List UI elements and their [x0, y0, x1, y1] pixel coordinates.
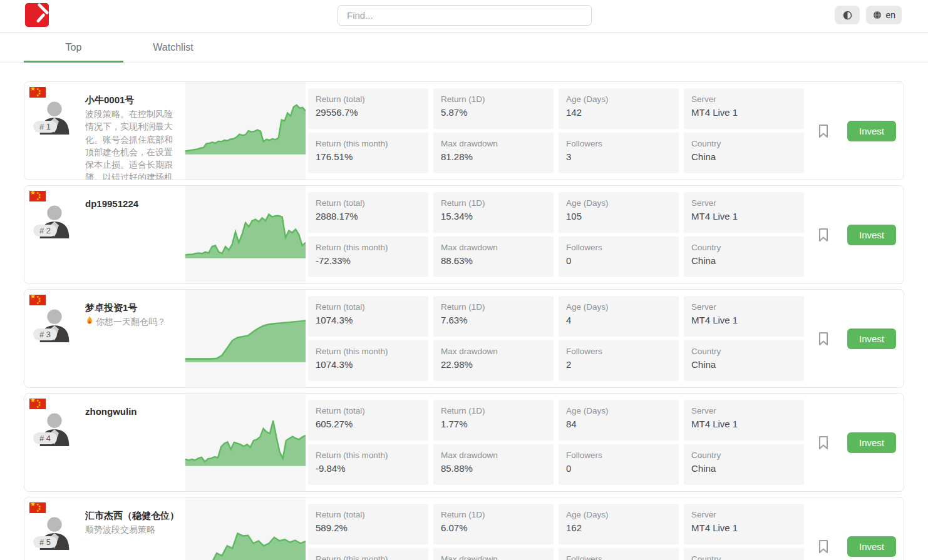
bookmark-button[interactable]: [816, 434, 831, 451]
stat-followers: Followers 0: [559, 444, 679, 485]
invest-button[interactable]: Invest: [847, 536, 896, 557]
equity-chart: [185, 497, 306, 560]
stat-return-1d: Return (1D) 6.07%: [433, 504, 554, 544]
stat-return-total: Return (total) 589.2%: [308, 504, 428, 544]
stat-max-drawdown: Max drawdown 22.98%: [433, 340, 554, 381]
fire-icon: [85, 315, 94, 325]
stat-return-total: Return (total) 605.27%: [308, 400, 428, 440]
trader-name[interactable]: 小牛0001号: [85, 93, 180, 106]
equity-chart: [185, 186, 306, 283]
stat-followers: Followers 3: [559, 133, 679, 173]
trader-description-text: 顺势波段交易策略: [85, 523, 155, 536]
stat-max-drawdown: Max drawdown 85.88%: [433, 444, 554, 485]
trader-description: 你想一天翻仓吗？: [85, 315, 180, 328]
stat-server: Server MT4 Live 1: [684, 296, 804, 337]
stat-return-total: Return (total) 2888.17%: [308, 192, 428, 233]
trader-card: ★ ★ ★ ★ ★ # 2 dp19951224: [24, 185, 904, 284]
trader-card: ★ ★ ★ ★ ★ # 4 zhongwulin: [24, 393, 904, 492]
stat-country: Country China: [684, 444, 804, 485]
stat-return-month: Return (this month) -9.84%: [308, 444, 428, 485]
rank-badge: # 4: [33, 432, 57, 444]
stat-age-days: Age (Days) 84: [559, 400, 679, 440]
invest-button[interactable]: Invest: [847, 328, 896, 349]
rank-badge: # 3: [33, 328, 57, 340]
invest-button[interactable]: Invest: [847, 121, 896, 141]
invest-button[interactable]: Invest: [847, 225, 896, 245]
stat-followers: Followers 0: [559, 237, 679, 277]
trader-description: 波段策略。在控制风险情况下，实现利润最大化。账号会抓住底部和顶部建仓机会，在设置…: [85, 108, 180, 180]
trader-name[interactable]: 梦卓投资1号: [85, 301, 180, 314]
tab-top[interactable]: Top: [24, 33, 123, 62]
stat-return-month: Return (this month) -72.33%: [308, 237, 428, 277]
globe-icon: [872, 10, 882, 20]
trader-stats: Return (total) 1074.3% Return (this mont…: [306, 290, 804, 387]
stat-age-days: Age (Days) 142: [559, 88, 679, 129]
stat-country: Country China: [684, 340, 804, 381]
stat-server: Server MT4 Live 1: [684, 192, 804, 233]
stat-max-drawdown: Max drawdown 81.28%: [433, 133, 554, 173]
stat-return-1d: Return (1D) 7.63%: [433, 296, 554, 337]
trader-stats: Return (total) 29556.7% Return (this mon…: [306, 82, 804, 180]
bookmark-button[interactable]: [816, 227, 831, 243]
stat-country: Country China: [684, 237, 804, 277]
language-label: en: [885, 10, 895, 20]
trader-description-text: 你想一天翻仓吗？: [96, 315, 166, 328]
header-controls: en: [835, 6, 902, 24]
trader-stats: Return (total) 589.2% Return (this month…: [306, 497, 804, 560]
stat-return-1d: Return (1D) 5.87%: [433, 88, 554, 129]
trader-description-text: 波段策略。在控制风险情况下，实现利润最大化。账号会抓住底部和顶部建仓机会，在设置…: [85, 108, 180, 180]
bookmark-button[interactable]: [816, 538, 831, 554]
trader-identity: ★ ★ ★ ★ ★ # 2 dp19951224: [24, 186, 185, 283]
tab-watchlist[interactable]: Watchlist: [123, 33, 223, 62]
bookmark-button[interactable]: [816, 330, 831, 347]
stat-return-total: Return (total) 29556.7%: [308, 88, 428, 129]
stat-return-1d: Return (1D) 1.77%: [433, 400, 554, 440]
trader-name[interactable]: zhongwulin: [85, 405, 180, 418]
china-flag-icon: ★ ★ ★ ★ ★: [29, 295, 46, 305]
stat-age-days: Age (Days) 162: [559, 504, 679, 544]
search-container: [338, 5, 592, 26]
invest-button[interactable]: Invest: [847, 432, 896, 453]
trader-stats: Return (total) 2888.17% Return (this mon…: [306, 186, 804, 283]
trader-description: 顺势波段交易策略: [85, 523, 180, 536]
stat-country: Country China: [684, 133, 804, 173]
trader-card: ★ ★ ★ ★ ★ # 5 汇市杰西（稳健仓位） 顺势波段交易策略: [24, 497, 904, 560]
stat-server: Server MT4 Live 1: [684, 400, 804, 440]
china-flag-icon: ★ ★ ★ ★ ★: [29, 502, 46, 513]
china-flag-icon: ★ ★ ★ ★ ★: [29, 191, 46, 201]
trader-identity: ★ ★ ★ ★ ★ # 5 汇市杰西（稳健仓位） 顺势波段交易策略: [24, 497, 185, 560]
theme-toggle-button[interactable]: [835, 6, 860, 24]
brand-logo[interactable]: [25, 3, 49, 27]
stat-server: Server MT4 Live 1: [684, 88, 804, 129]
trader-card: ★ ★ ★ ★ ★ # 3 梦卓投资1号: [24, 289, 904, 388]
trader-name[interactable]: dp19951224: [85, 197, 180, 210]
stat-age-days: Age (Days) 4: [559, 296, 679, 337]
trader-identity: ★ ★ ★ ★ ★ # 1 小牛0001号 波段策略。在控制风险情况下，实现利润…: [24, 82, 185, 180]
stat-country: Country: [684, 548, 804, 560]
contrast-icon: [842, 10, 853, 21]
stat-max-drawdown: Max drawdown: [433, 548, 554, 560]
trader-card: ★ ★ ★ ★ ★ # 1 小牛0001号 波段策略。在控制风险情况下，实现利润…: [24, 81, 904, 180]
equity-chart: [185, 290, 306, 387]
search-input[interactable]: [338, 5, 592, 26]
stat-return-month: Return (this month) 1074.3%: [308, 340, 428, 381]
tab-bar: Top Watchlist: [0, 33, 928, 63]
stat-age-days: Age (Days) 105: [559, 192, 679, 233]
equity-chart: [185, 82, 306, 180]
trader-name[interactable]: 汇市杰西（稳健仓位）: [85, 509, 180, 522]
language-button[interactable]: en: [866, 6, 902, 24]
stat-server: Server MT4 Live 1: [684, 504, 804, 544]
stat-max-drawdown: Max drawdown 88.63%: [433, 237, 554, 277]
stat-return-total: Return (total) 1074.3%: [308, 296, 428, 337]
bookmark-button[interactable]: [816, 123, 831, 139]
trader-identity: ★ ★ ★ ★ ★ # 4 zhongwulin: [24, 394, 185, 491]
china-flag-icon: ★ ★ ★ ★ ★: [29, 399, 46, 409]
trader-stats: Return (total) 605.27% Return (this mont…: [306, 394, 804, 491]
rank-badge: # 1: [33, 121, 57, 133]
stat-followers: Followers 2: [559, 340, 679, 381]
stat-return-month: Return (this month) 176.51%: [308, 133, 428, 173]
equity-chart: [185, 394, 306, 491]
trader-list: ★ ★ ★ ★ ★ # 1 小牛0001号 波段策略。在控制风险情况下，实现利润…: [24, 81, 904, 560]
stat-followers: Followers: [559, 548, 679, 560]
rank-badge: # 2: [33, 225, 57, 237]
